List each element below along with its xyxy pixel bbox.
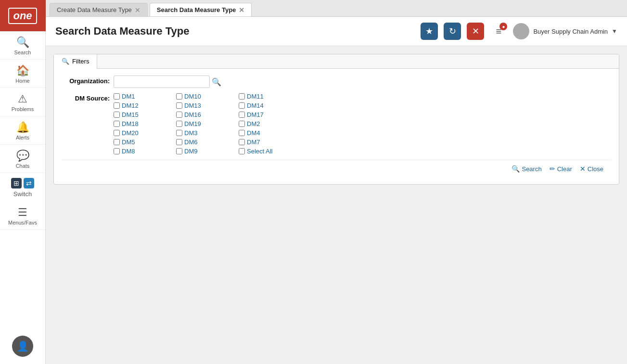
dm-checkbox-input-DM17[interactable] <box>239 112 245 118</box>
dm-label-DM19[interactable]: DM19 <box>184 120 201 127</box>
dm-label-DM18[interactable]: DM18 <box>122 120 139 127</box>
dm-checkbox-input-DM15[interactable] <box>114 112 120 118</box>
clear-button[interactable]: ✏ Clear <box>550 165 572 173</box>
tab-search[interactable]: Search Data Measure Type ✕ <box>150 3 252 16</box>
dm-label-DM20[interactable]: DM20 <box>122 129 139 137</box>
dm-source-row: DM Source: DM1 DM10 DM11 DM12 <box>62 93 611 155</box>
organization-input[interactable] <box>114 75 210 88</box>
dm-checkbox-DM19: DM19 <box>176 120 239 127</box>
dm-checkbox-SelectAll: Select All <box>239 148 301 155</box>
dm-label-DM1[interactable]: DM1 <box>122 93 135 100</box>
menu-button[interactable]: ≡ ● <box>490 23 507 40</box>
dm-label-DM8[interactable]: DM8 <box>122 148 135 155</box>
dm-checkbox-DM20: DM20 <box>114 129 176 137</box>
dm-checkbox-input-DM13[interactable] <box>176 102 182 109</box>
filters-body: Organization: 🔍 DM Source: DM1 D <box>54 69 619 184</box>
dm-label-DM16[interactable]: DM16 <box>184 111 201 118</box>
sidebar-item-switch[interactable]: ⊞ ⇄ Switch <box>0 173 45 201</box>
search-action-icon: 🔍 <box>512 165 520 173</box>
dm-checkbox-input-selectall[interactable] <box>239 148 245 154</box>
tab-search-close[interactable]: ✕ <box>239 7 244 13</box>
dm-checkbox-DM9: DM9 <box>176 148 239 155</box>
dm-checkbox-DM15: DM15 <box>114 111 176 118</box>
close-action-label: Close <box>588 165 603 173</box>
app-logo[interactable]: one <box>0 0 46 31</box>
dm-label-DM10[interactable]: DM10 <box>184 93 201 100</box>
tab-bar: Create Data Measure Type ✕ Search Data M… <box>46 0 627 17</box>
dm-checkbox-input-DM12[interactable] <box>114 102 120 109</box>
dm-checkbox-input-DM3[interactable] <box>176 130 182 136</box>
dm-label-DM5[interactable]: DM5 <box>122 138 135 146</box>
dm-checkbox-DM5: DM5 <box>114 138 176 146</box>
sidebar-item-label-home: Home <box>15 78 29 84</box>
dm-checkbox-input-DM7[interactable] <box>239 139 245 145</box>
dm-label-DM13[interactable]: DM13 <box>184 102 201 109</box>
sidebar-item-menus[interactable]: ☰ Menus/Favs <box>0 201 45 230</box>
user-name: Buyer Supply Chain Admin <box>533 28 608 35</box>
sidebar-item-alerts[interactable]: 🔔 Alerts <box>0 116 45 145</box>
dm-label-DM11[interactable]: DM11 <box>247 93 264 100</box>
dm-label-DM6[interactable]: DM6 <box>184 138 197 146</box>
close-button[interactable]: ✕ <box>467 23 484 40</box>
dm-checkbox-input-DM9[interactable] <box>176 148 182 154</box>
dm-checkbox-input-DM5[interactable] <box>114 139 120 145</box>
user-avatar-img <box>513 23 529 39</box>
dm-checkbox-input-DM16[interactable] <box>176 112 182 118</box>
dm-checkbox-input-DM8[interactable] <box>114 148 120 154</box>
dm-label-DM9[interactable]: DM9 <box>184 148 197 155</box>
filters-tab[interactable]: 🔍 Filters <box>54 54 97 69</box>
dm-label-DM7[interactable]: DM7 <box>247 138 260 146</box>
action-bar: 🔍 Search ✏ Clear ✕ Close <box>62 160 611 177</box>
dm-label-DM2[interactable]: DM2 <box>247 120 260 127</box>
sidebar-item-label-menus: Menus/Favs <box>8 220 37 226</box>
dm-checkbox-DM18: DM18 <box>114 120 176 127</box>
search-action-button[interactable]: 🔍 Search <box>512 165 541 173</box>
tab-create-label: Create Data Measure Type <box>57 6 132 13</box>
dm-source-label: DM Source: <box>62 93 110 102</box>
dm-checkbox-input-DM11[interactable] <box>239 93 245 100</box>
dm-label-DM4[interactable]: DM4 <box>247 129 260 137</box>
bell-icon: 🔔 <box>16 122 29 133</box>
dm-checkbox-input-DM19[interactable] <box>176 121 182 127</box>
dm-checkbox-input-DM2[interactable] <box>239 121 245 127</box>
dm-checkbox-input-DM6[interactable] <box>176 139 182 145</box>
dm-checkbox-DM1: DM1 <box>114 93 176 100</box>
organization-search-icon[interactable]: 🔍 <box>212 77 221 87</box>
dm-label-selectall[interactable]: Select All <box>247 148 272 155</box>
dm-checkbox-DM3: DM3 <box>176 129 239 137</box>
dm-checkbox-input-DM10[interactable] <box>176 93 182 100</box>
star-button[interactable]: ★ <box>421 23 438 40</box>
organization-row: Organization: 🔍 <box>62 75 611 88</box>
dm-checkbox-DM2: DM2 <box>239 120 301 127</box>
dm-source-grid: DM1 DM10 DM11 DM12 DM13 <box>114 93 301 155</box>
dm-label-DM14[interactable]: DM14 <box>247 102 264 109</box>
dm-label-DM15[interactable]: DM15 <box>122 111 139 118</box>
clear-icon: ✏ <box>550 165 555 173</box>
page-title: Search Data Measure Type <box>55 25 189 38</box>
sidebar-item-problems[interactable]: ⚠ Problems <box>0 88 45 116</box>
close-action-button[interactable]: ✕ Close <box>580 165 603 173</box>
sidebar-user-avatar[interactable]: 👤 <box>0 328 45 364</box>
close-action-icon: ✕ <box>580 165 586 173</box>
sidebar-item-label-alerts: Alerts <box>16 135 29 140</box>
dm-checkbox-input-DM18[interactable] <box>114 121 120 127</box>
dm-checkbox-input-DM20[interactable] <box>114 130 120 136</box>
search-action-label: Search <box>522 165 541 173</box>
dm-checkbox-input-DM14[interactable] <box>239 102 245 109</box>
sidebar-item-home[interactable]: 🏠 Home <box>0 60 45 88</box>
user-profile[interactable]: Buyer Supply Chain Admin ▼ <box>513 23 617 39</box>
dm-label-DM17[interactable]: DM17 <box>247 111 264 118</box>
dm-checkbox-input-DM4[interactable] <box>239 130 245 136</box>
refresh-button[interactable]: ↻ <box>444 23 461 40</box>
organization-input-wrap: 🔍 <box>114 75 221 88</box>
tab-create-close[interactable]: ✕ <box>135 7 141 13</box>
dm-label-DM3[interactable]: DM3 <box>184 129 197 137</box>
dm-label-DM12[interactable]: DM12 <box>122 102 139 109</box>
sidebar-item-search[interactable]: 🔍 Search <box>0 31 45 60</box>
switch-icon-left: ⊞ <box>11 178 22 188</box>
sidebar-item-chats[interactable]: 💬 Chats <box>0 145 45 173</box>
dm-checkbox-DM10: DM10 <box>176 93 239 100</box>
dm-checkbox-input-DM1[interactable] <box>114 93 120 100</box>
tab-create[interactable]: Create Data Measure Type ✕ <box>50 3 148 16</box>
logo-text: one <box>8 8 37 24</box>
